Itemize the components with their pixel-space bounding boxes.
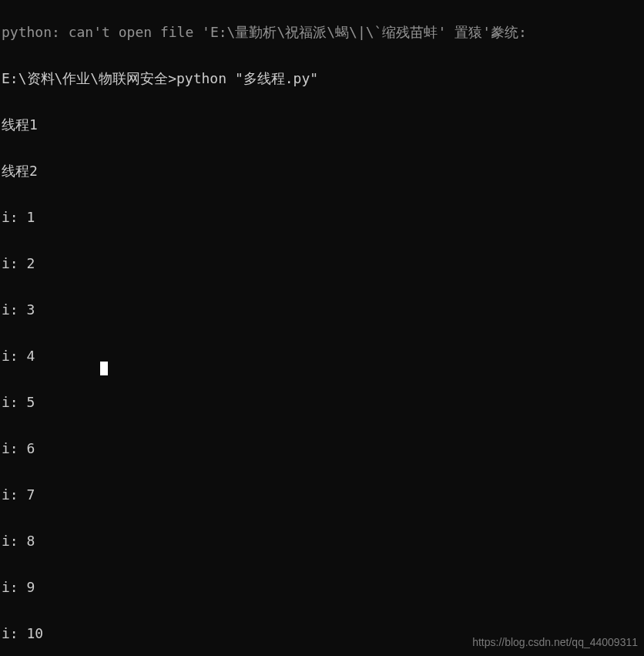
watermark-text: https://blog.csdn.net/qq_44009311 [472,634,638,650]
output-line: i: 8 [2,533,642,549]
output-line: i: 1 [2,210,642,225]
output-line: i: 7 [2,487,642,503]
output-line: 线程1 [2,117,642,133]
previous-error-line: python: can't open file 'E:\量勤析\祝福派\蝎\|\… [2,25,642,40]
output-line: i: 9 [2,580,642,595]
output-line: 线程2 [2,163,642,179]
output-line: i: 6 [2,441,642,456]
command-prompt-line: E:\资料\作业\物联网安全>python "多线程.py" [2,71,642,86]
output-line: i: 5 [2,395,642,410]
output-line: i: 4 [2,348,642,364]
output-line: i: 2 [2,256,642,271]
terminal-cursor [100,362,108,375]
output-line: i: 3 [2,302,642,318]
terminal-output[interactable]: python: can't open file 'E:\量勤析\祝福派\蝎\|\… [0,0,644,656]
